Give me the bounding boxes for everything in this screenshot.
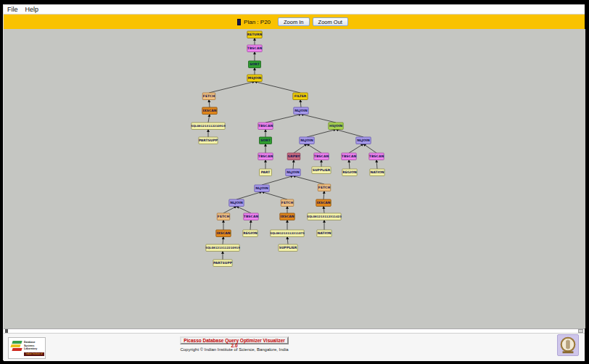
svg-text:SORT: SORT: [250, 62, 260, 66]
svg-text:FETCH: FETCH: [203, 94, 215, 98]
plan-node-tbscan[interactable]: TBSCAN: [314, 153, 329, 160]
plan-edges: [208, 38, 377, 260]
svg-text:TBSCAN: TBSCAN: [244, 215, 259, 218]
dsl-line-3: Laboratory: [24, 347, 37, 351]
menu-file[interactable]: File: [7, 6, 18, 13]
plan-node-region[interactable]: REGION: [342, 169, 357, 176]
svg-text:TBSCAN: TBSCAN: [258, 154, 273, 158]
svg-text:NATION: NATION: [317, 231, 331, 235]
svg-text:IXSCAN: IXSCAN: [317, 201, 331, 204]
plan-node-tbscan[interactable]: TBSCAN: [244, 213, 259, 220]
plan-tree-svg: RETURNTBSCANSORTMSJOINFETCHIXSCANSQL0812…: [4, 29, 585, 328]
svg-text:NLJOIN: NLJOIN: [230, 201, 243, 204]
plan-node-return[interactable]: RETURN: [247, 31, 263, 38]
plan-node-tbscan[interactable]: TBSCAN: [247, 45, 263, 52]
svg-text:MSJOIN: MSJOIN: [248, 76, 262, 80]
plan-node-sql081213112311423[interactable]: SQL081213112311423: [307, 213, 342, 220]
svg-text:NATION: NATION: [370, 170, 384, 174]
plan-node-ixscan[interactable]: IXSCAN: [316, 199, 331, 207]
plan-node-nljoin[interactable]: NLJOIN: [286, 169, 300, 176]
plan-node-nljoin[interactable]: NLJOIN: [300, 137, 314, 144]
plan-node-msjoin[interactable]: MSJOIN: [247, 75, 262, 82]
plan-node-nljoin[interactable]: NLJOIN: [255, 185, 269, 192]
plan-node-supplier[interactable]: SUPPLIER: [312, 167, 331, 174]
svg-text:SQL081213112311423: SQL081213112311423: [307, 215, 342, 218]
svg-text:REGION: REGION: [342, 170, 357, 174]
plan-node-part[interactable]: PART: [260, 169, 272, 176]
app-window: File Help Plan : P20 Zoom In Zoom Out RE…: [3, 4, 585, 360]
plan-node-filter[interactable]: FILTER: [293, 93, 308, 100]
plan-node-supplier[interactable]: SUPPLIER: [279, 244, 297, 252]
plan-node-nljoin[interactable]: NLJOIN: [229, 199, 244, 207]
plan-color-chip: [237, 19, 241, 25]
svg-text:TBSCAN: TBSCAN: [247, 46, 263, 50]
logo-bar-green: [12, 341, 22, 344]
plan-node-sort[interactable]: SORT: [260, 137, 272, 144]
svg-text:TBSCAN: TBSCAN: [369, 154, 384, 158]
plan-node-sql081213112210919[interactable]: SQL081213112210919: [191, 123, 226, 130]
svg-text:NLJOIN: NLJOIN: [255, 186, 268, 190]
plan-node-grpby[interactable]: GRPBY: [287, 153, 300, 160]
plan-node-fetch[interactable]: FETCH: [202, 93, 215, 100]
dsl-lab-name: Database Systems Laboratory: [24, 341, 37, 351]
plan-node-tbscan[interactable]: TBSCAN: [258, 153, 273, 160]
plan-node-nljoin[interactable]: NLJOIN: [294, 107, 308, 115]
svg-text:IXSCAN: IXSCAN: [281, 215, 294, 218]
copyright-text: Copyright © Indian Institute of Science,…: [162, 347, 307, 352]
plan-node-tbscan[interactable]: TBSCAN: [342, 153, 357, 160]
plan-node-fetch[interactable]: FETCH: [318, 184, 331, 191]
plan-node-ixscan[interactable]: IXSCAN: [202, 107, 217, 115]
plan-node-partsupp[interactable]: PARTSUPP: [199, 137, 218, 144]
dsl-lab-logo: Database Systems Laboratory Indian Insti…: [8, 337, 46, 359]
footer-bar: Database Systems Laboratory Indian Insti…: [4, 333, 585, 361]
svg-text:NLJOIN: NLJOIN: [294, 109, 308, 112]
menu-bar: File Help: [4, 5, 585, 15]
svg-text:FETCH: FETCH: [218, 215, 230, 218]
menu-help[interactable]: Help: [25, 6, 39, 13]
dsl-line-1: Database: [24, 341, 37, 344]
svg-text:SQL081213112210919: SQL081213112210919: [205, 246, 240, 249]
svg-text:SUPPLIER: SUPPLIER: [279, 246, 297, 249]
svg-text:TBSCAN: TBSCAN: [258, 124, 273, 128]
iisc-logo: [557, 334, 579, 356]
plan-canvas: RETURNTBSCANSORTMSJOINFETCHIXSCANSQL0812…: [4, 29, 585, 328]
toolbar: Plan : P20 Zoom In Zoom Out: [4, 15, 585, 29]
svg-text:SQL081213112211075: SQL081213112211075: [270, 231, 305, 235]
logo-bar-yellow: [10, 344, 20, 347]
svg-text:SQL081213112210919: SQL081213112210919: [191, 124, 226, 128]
svg-text:FETCH: FETCH: [318, 186, 331, 189]
plan-node-ixscan[interactable]: IXSCAN: [216, 230, 231, 237]
plan-node-sql081213112210919[interactable]: SQL081213112210919: [205, 244, 240, 252]
svg-text:TBSCAN: TBSCAN: [314, 154, 329, 158]
plan-node-tbscan[interactable]: TBSCAN: [258, 123, 273, 130]
svg-text:NLJOIN: NLJOIN: [300, 138, 313, 142]
plan-node-nation[interactable]: NATION: [317, 230, 331, 237]
plan-node-sort[interactable]: SORT: [249, 61, 261, 68]
plan-node-nation[interactable]: NATION: [370, 169, 384, 176]
svg-text:FILTER: FILTER: [294, 94, 307, 98]
plan-node-ixscan[interactable]: IXSCAN: [280, 213, 294, 220]
dsl-banner: Indian Institute of Science: [24, 352, 44, 356]
plan-node-fetch[interactable]: FETCH: [281, 199, 294, 207]
svg-text:PARTSUPP: PARTSUPP: [213, 261, 233, 265]
plan-node-sql081213112211075[interactable]: SQL081213112211075: [270, 230, 305, 237]
plan-node-fetch[interactable]: FETCH: [217, 213, 230, 220]
plan-node-tbscan[interactable]: TBSCAN: [369, 153, 384, 160]
plan-node-nljoin[interactable]: NLJOIN: [356, 137, 371, 144]
zoom-out-button[interactable]: Zoom Out: [313, 17, 348, 26]
app-title: Picasso Database Query Optimizer Visuali…: [180, 336, 289, 344]
plan-node-region[interactable]: REGION: [243, 230, 258, 237]
svg-text:IXSCAN: IXSCAN: [203, 109, 217, 112]
svg-text:NLJOIN: NLJOIN: [287, 170, 300, 174]
svg-text:REGION: REGION: [243, 231, 258, 235]
svg-text:GRPBY: GRPBY: [288, 154, 301, 158]
svg-text:FETCH: FETCH: [281, 201, 294, 204]
svg-text:HSJOIN: HSJOIN: [329, 124, 342, 128]
svg-text:TBSCAN: TBSCAN: [342, 154, 357, 158]
logo-bar-red: [12, 348, 22, 351]
plan-node-partsupp[interactable]: PARTSUPP: [213, 260, 233, 267]
plan-label: Plan : P20: [244, 19, 271, 25]
plan-node-hsjoin[interactable]: HSJOIN: [329, 123, 343, 130]
svg-text:IXSCAN: IXSCAN: [217, 231, 231, 235]
zoom-in-button[interactable]: Zoom In: [278, 17, 310, 26]
